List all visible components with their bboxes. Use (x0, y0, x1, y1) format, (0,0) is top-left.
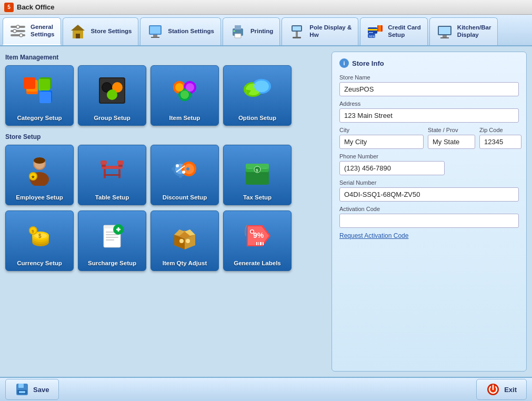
store-setup-row2: $ $ Currency Setup (5, 210, 326, 271)
option-icon (242, 75, 273, 106)
currency-setup-tile[interactable]: $ $ Currency Setup (5, 210, 74, 271)
save-icon (15, 383, 29, 396)
tab-general-settings-label: GeneralSettings (31, 24, 54, 38)
surcharge-setup-tile[interactable]: Surcharge Setup (78, 210, 146, 271)
employee-setup-label: Employee Setup (16, 194, 63, 200)
itemqty-icon-area (151, 211, 218, 260)
svg-rect-0 (11, 30, 25, 32)
group-icon (96, 75, 128, 106)
zip-input[interactable] (479, 135, 521, 149)
activation-field: Activation Code (339, 206, 519, 228)
tab-printing-label: Printing (250, 28, 273, 35)
tab-station-settings[interactable]: Station Settings (140, 17, 221, 45)
zip-label: Zip Code (479, 127, 521, 133)
city-label: City (339, 127, 424, 133)
city-input[interactable] (339, 135, 424, 149)
pole-display-icon (288, 23, 305, 40)
svg-rect-36 (38, 79, 50, 91)
svg-rect-69 (102, 165, 106, 167)
phone-input[interactable] (339, 161, 445, 175)
activation-input[interactable] (339, 214, 519, 228)
svg-rect-12 (151, 37, 159, 38)
svg-rect-103 (106, 239, 114, 240)
discount-setup-tile[interactable]: Discount Setup (150, 145, 219, 205)
svg-rect-122 (18, 384, 24, 388)
table-setup-tile[interactable]: Table Setup (78, 145, 146, 205)
svg-point-81 (186, 167, 189, 171)
svg-marker-6 (71, 25, 85, 31)
svg-rect-18 (293, 26, 301, 31)
tab-store-settings[interactable]: Store Settings (63, 17, 138, 45)
discount-icon-area (151, 145, 218, 194)
svg-rect-88 (263, 168, 267, 169)
category-setup-tile[interactable]: Category Setup (5, 65, 74, 126)
svg-rect-25 (369, 32, 373, 33)
generate-labels-tile[interactable]: 9% Generate Labels (223, 210, 292, 271)
store-setup-row1: ★ Employee Setup (5, 145, 326, 205)
app-icon: 5 (4, 3, 14, 12)
save-button[interactable]: Save (5, 379, 59, 400)
generate-labels-icon-area: 9% (224, 211, 291, 260)
category-setup-label: Category Setup (17, 115, 62, 121)
group-setup-tile[interactable]: Group Setup (78, 65, 146, 126)
tab-printing[interactable]: Printing (223, 17, 280, 45)
tab-pole-display[interactable]: Pole Display &Hw (282, 17, 358, 45)
tab-credit-card[interactable]: NEW Credit CardSetup (360, 17, 428, 45)
tab-kitchen-display[interactable]: Kitchen/BarDisplay (429, 17, 498, 45)
address-label: Address (339, 101, 519, 107)
printing-icon (229, 23, 246, 40)
svg-point-4 (19, 34, 23, 37)
phone-field: Phone Number (339, 153, 519, 175)
store-info-header: i Store Info (339, 58, 519, 68)
svg-text:$: $ (256, 168, 258, 173)
item-icon (169, 75, 200, 106)
tab-general-settings[interactable]: GeneralSettings (3, 17, 61, 45)
svg-rect-19 (296, 32, 298, 37)
serial-input[interactable] (339, 187, 519, 202)
svg-point-75 (176, 164, 179, 167)
svg-rect-8 (76, 34, 80, 38)
info-icon: i (339, 58, 349, 68)
svg-point-79 (179, 175, 182, 178)
item-icon-area (151, 66, 218, 115)
request-activation-link[interactable]: Request Activation Code (339, 232, 519, 239)
discount-icon (169, 154, 200, 186)
item-setup-tile[interactable]: Item Setup (150, 65, 219, 126)
itemqty-setup-tile[interactable]: Item Qty Adjust (150, 210, 219, 271)
svg-rect-14 (235, 25, 241, 29)
store-setup-title: Store Setup (5, 131, 326, 142)
option-setup-tile[interactable]: Option Setup (223, 65, 292, 126)
svg-rect-64 (104, 169, 106, 178)
tab-station-settings-label: Station Settings (168, 28, 214, 35)
item-management-row: Category Setup Group Setup (5, 65, 326, 126)
svg-rect-20 (293, 37, 301, 38)
tax-icon-area: $ (224, 145, 291, 194)
address-field: Address (339, 101, 519, 123)
employee-icon: ★ (24, 154, 55, 186)
svg-text:★: ★ (31, 175, 35, 179)
phone-label: Phone Number (339, 153, 519, 159)
tab-bar: GeneralSettings Store Settings Station S… (0, 15, 532, 46)
serial-field: Serial Number (339, 179, 519, 202)
svg-rect-16 (233, 31, 235, 32)
state-input[interactable] (428, 135, 475, 149)
svg-point-112 (179, 239, 184, 243)
svg-point-59 (34, 157, 45, 164)
svg-rect-66 (104, 174, 121, 176)
address-input[interactable] (339, 108, 519, 123)
left-panel: Item Management Category Setup (5, 52, 326, 372)
svg-rect-67 (101, 161, 107, 165)
station-settings-icon (147, 23, 164, 40)
surcharge-icon-area (78, 211, 146, 260)
svg-rect-124 (19, 391, 25, 393)
tax-setup-tile[interactable]: $ Tax Setup (223, 145, 292, 205)
tab-kitchen-display-label: Kitchen/BarDisplay (457, 24, 491, 39)
bottom-bar: Save Exit (0, 377, 532, 401)
employee-setup-tile[interactable]: ★ Employee Setup (5, 145, 74, 205)
general-settings-icon (9, 23, 26, 39)
table-setup-label: Table Setup (95, 194, 129, 200)
exit-button[interactable]: Exit (476, 379, 527, 400)
store-name-input[interactable] (339, 82, 519, 96)
discount-setup-label: Discount Setup (163, 194, 207, 200)
svg-rect-87 (248, 168, 252, 169)
